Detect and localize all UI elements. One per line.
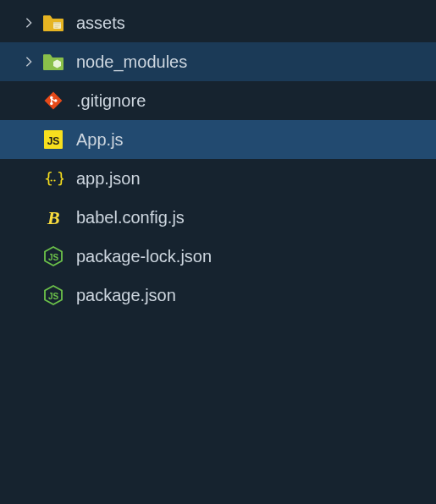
tree-item-label: assets [76,14,125,33]
file-explorer-tree: assets node_modules [0,0,436,315]
tree-item-label: babel.config.js [76,208,185,227]
tree-item-folder-assets[interactable]: assets [0,3,436,42]
svg-text:}: } [57,169,63,187]
svg-rect-1 [53,22,61,24]
tree-item-file-packagelock[interactable]: JS package-lock.json [0,237,436,276]
folder-assets-icon [41,12,66,34]
tree-item-label: .gitignore [76,91,146,111]
chevron-right-icon [17,56,41,68]
tree-item-label: package-lock.json [76,247,212,266]
tree-item-file-gitignore[interactable]: .gitignore [0,81,436,120]
tree-item-folder-nodemodules[interactable]: node_modules [0,42,436,81]
svg-text:JS: JS [47,135,60,147]
git-icon [41,90,66,112]
nodejs-icon: JS [41,245,66,267]
tree-item-file-appjs[interactable]: JS App.js [0,120,436,159]
svg-point-13 [51,179,52,181]
nodejs-icon: JS [41,284,66,306]
svg-text:B: B [47,207,60,227]
tree-item-file-packagejson[interactable]: JS package.json [0,276,436,315]
tree-item-label: App.js [76,130,124,150]
svg-point-14 [53,179,55,181]
tree-item-file-babelconfig[interactable]: B babel.config.js [0,198,436,237]
json-icon: { } [41,167,66,189]
chevron-right-icon [17,17,41,29]
tree-item-label: node_modules [76,52,187,72]
svg-text:JS: JS [48,292,59,301]
svg-rect-3 [55,27,58,28]
tree-item-label: app.json [76,169,141,189]
tree-item-file-appjson[interactable]: { } app.json [0,159,436,198]
svg-text:JS: JS [48,253,59,262]
svg-text:{: { [44,169,53,187]
babel-icon: B [41,206,66,228]
tree-item-label: package.json [76,286,176,305]
svg-rect-2 [55,25,60,26]
folder-nodemodules-icon [41,51,66,73]
js-icon: JS [41,129,66,151]
